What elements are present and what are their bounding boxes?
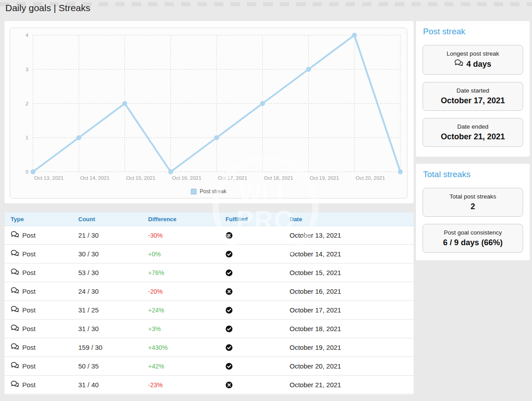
difference-value: +42% [148,363,226,370]
svg-text:Oct 15, 2021: Oct 15, 2021 [126,175,156,181]
type-label: Post [22,269,36,276]
type-label: Post [22,306,36,314]
card-label: Date ended [427,123,519,130]
date-value: October 21, 2021 [290,381,414,389]
count-value: 30 / 30 [78,250,148,258]
goal-table-body: Post 21 / 30 -30% October 13, 2021 Post … [4,226,414,394]
longest-post-streak-card: Longest post streak 4 days [423,45,523,75]
type-icon-slot [11,362,19,371]
legend-swatch-icon [191,189,197,194]
type-icon-slot [11,343,19,352]
card-label: Date started [427,87,519,94]
table-row: Post 30 / 30 +0% October 14, 2021 [4,245,414,263]
svg-text:Oct 18, 2021: Oct 18, 2021 [264,175,293,181]
svg-text:Oct 16, 2021: Oct 16, 2021 [172,175,202,181]
comments-icon [11,381,19,388]
date-started-card: Date started October 17, 2021 [423,82,523,111]
check-circle-icon [226,325,233,332]
svg-text:Oct 14, 2021: Oct 14, 2021 [80,175,109,181]
comments-icon-slot [454,59,463,69]
total-streaks-panel: Total streaks Total post streaks 2 Post … [416,164,530,260]
page-title: Daily goals | Streaks [5,3,90,13]
daily-goals-table-panel: Type Count Difference Fulfilled Date Pos… [4,212,414,395]
date-value: October 20, 2021 [290,362,414,370]
svg-text:Oct 19, 2021: Oct 19, 2021 [310,175,339,181]
column-header-date: Date [290,216,414,223]
difference-value: +3% [148,325,226,332]
table-row: Post 159 / 30 +430% October 19, 2021 [4,338,414,357]
fulfilled-cell [226,344,290,351]
fulfilled-cell [226,232,290,239]
svg-text:Oct 17, 2021: Oct 17, 2021 [218,175,247,181]
column-header-count: Count [78,216,148,223]
comments-icon [11,362,19,369]
table-row: Post 24 / 30 -20% October 16, 2021 [4,282,414,301]
type-icon-slot [11,250,19,259]
type-cell: Post [11,250,78,259]
table-header-row: Type Count Difference Fulfilled Date [4,212,414,226]
comments-icon [11,343,19,351]
table-row: Post 31 / 40 -23% October 21, 2021 [4,376,414,394]
column-header-difference: Difference [148,216,226,223]
card-value: 4 days [427,59,519,69]
comments-icon [11,231,19,239]
cross-circle-icon [226,381,233,389]
type-icon-slot [11,231,19,240]
table-row: Post 53 / 30 +76% October 15, 2021 [4,263,414,282]
date-ended-value: October 21, 2021 [427,132,519,142]
chart-legend[interactable]: Post streak [10,187,407,195]
svg-text:3: 3 [26,67,28,72]
comments-icon [454,59,463,67]
date-value: October 14, 2021 [290,250,414,258]
type-cell: Post [11,231,78,240]
type-label: Post [22,288,36,295]
table-row: Post 31 / 30 +3% October 18, 2021 [4,320,414,338]
date-ended-card: Date ended October 21, 2021 [423,118,523,147]
daily-goals-table: Type Count Difference Fulfilled Date Pos… [4,212,414,394]
count-value: 31 / 25 [78,306,148,314]
date-value: October 19, 2021 [290,344,414,351]
count-value: 24 / 30 [78,288,148,295]
type-label: Post [22,325,36,332]
check-circle-icon [226,251,233,258]
fulfilled-cell [226,288,290,295]
table-row: Post 31 / 25 +24% October 17, 2021 [4,301,414,320]
type-label: Post [22,381,36,389]
svg-text:0: 0 [26,169,28,174]
type-label: Post [22,362,36,370]
fulfilled-cell [226,307,290,314]
cross-circle-icon [226,288,233,295]
post-streak-chart: 01234Oct 13, 2021Oct 14, 2021Oct 15, 202… [10,28,407,198]
date-value: October 18, 2021 [290,325,414,332]
count-value: 21 / 30 [78,231,148,239]
check-circle-icon [226,307,233,314]
difference-value: -30% [148,232,226,239]
svg-text:Oct 13, 2021: Oct 13, 2021 [34,175,64,181]
table-row: Post 50 / 35 +42% October 20, 2021 [4,357,414,376]
count-value: 159 / 30 [78,344,148,351]
type-label: Post [22,344,36,351]
count-value: 31 / 30 [78,325,148,332]
cross-circle-icon [226,232,233,239]
type-cell: Post [11,343,78,352]
type-cell: Post [11,324,78,333]
fulfilled-cell [226,325,290,332]
date-value: October 13, 2021 [290,231,414,239]
type-cell: Post [11,362,78,371]
total-streaks-panel-title: Total streaks [416,164,530,181]
type-icon-slot [11,306,19,315]
card-label: Total post streaks [427,193,519,200]
count-value: 53 / 30 [78,269,148,276]
type-cell: Post [11,287,78,296]
type-label: Post [22,250,36,258]
fulfilled-cell [226,251,290,258]
column-header-fulfilled: Fulfilled [226,216,290,223]
difference-value: -23% [148,381,226,389]
post-streak-panel-title: Post streak [416,21,530,38]
comments-icon [11,324,19,332]
type-icon-slot [11,381,19,389]
type-label: Post [22,231,36,239]
type-icon-slot [11,268,19,277]
type-cell: Post [11,381,78,389]
date-value: October 17, 2021 [290,306,414,314]
